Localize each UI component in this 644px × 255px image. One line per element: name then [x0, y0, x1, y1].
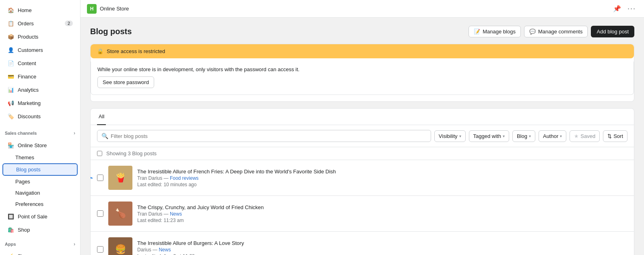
post-1-info: The Irresistible Allure of French Fries:… — [137, 169, 627, 187]
home-icon: 🏠 — [7, 6, 14, 14]
post-2-info: The Crispy, Crunchy, and Juicy World of … — [137, 204, 627, 223]
content-icon: 📄 — [7, 60, 14, 67]
pos-icon: 🔲 — [7, 213, 14, 220]
sidebar-sub-item-pages[interactable]: Pages — [2, 176, 78, 187]
post-2-title: The Crispy, Crunchy, and Juicy World of … — [137, 204, 627, 210]
sidebar-item-online-store[interactable]: 🏪 Online Store — [2, 139, 78, 152]
sidebar-sub-item-themes[interactable]: Themes — [2, 152, 78, 163]
sidebar-item-content[interactable]: 📄 Content — [2, 57, 78, 70]
marketing-icon: 📢 — [7, 99, 14, 107]
blog-filter[interactable]: Blog ▾ — [512, 130, 535, 142]
star-icon: ★ — [574, 133, 579, 139]
tagged-with-filter[interactable]: Tagged with ▾ — [469, 130, 509, 142]
post-3-edited: Last edited: Aug 2 at 11:38 am — [137, 253, 627, 255]
manage-blogs-button[interactable]: 📝 Manage blogs — [469, 26, 521, 37]
sidebar-item-customers[interactable]: 👤 Customers — [2, 43, 78, 56]
sidebar-item-finance[interactable]: 💳 Finance — [2, 70, 78, 83]
post-3-thumbnail: 🍔 — [108, 237, 132, 255]
main-content: H Online Store 📌 ··· Blog posts 📝 Manage… — [80, 0, 644, 255]
sidebar: 🏠 Home 📋 Orders 2 📦 Products 👤 Customers… — [0, 0, 80, 255]
post-3-title: The Irresistible Allure of Burgers: A Lo… — [137, 240, 627, 246]
sort-icon: ⇅ — [607, 133, 612, 139]
sidebar-item-products[interactable]: 📦 Products — [2, 30, 78, 43]
store-name: Online Store — [100, 6, 129, 12]
shop-icon: 🛍️ — [7, 226, 14, 233]
sidebar-item-shop[interactable]: 🛍️ Shop — [2, 223, 78, 236]
tagged-chevron: ▾ — [503, 134, 505, 138]
alert-banner: 🔒 Store access is restricted — [91, 44, 634, 58]
sidebar-item-discounts[interactable]: 🏷️ Discounts — [2, 110, 78, 123]
sort-button[interactable]: ⇅ Sort — [603, 130, 627, 142]
see-store-password-button[interactable]: See store password — [97, 76, 154, 88]
sidebar-sub-item-navigation[interactable]: Navigation — [2, 187, 78, 198]
content-area: Blog posts 📝 Manage blogs 💬 Manage comme… — [80, 18, 644, 255]
post-3-author: Darius — [137, 247, 151, 253]
visibility-filter[interactable]: Visibility ▾ — [434, 130, 466, 142]
lock-icon: 🔒 — [97, 48, 103, 54]
post-row-1[interactable]: 🍟 The Irresistible Allure of French Frie… — [91, 160, 634, 196]
post-row-3[interactable]: 🍔 The Irresistible Allure of Burgers: A … — [91, 232, 634, 255]
post-1-title: The Irresistible Allure of French Fries:… — [137, 169, 627, 175]
alert-body: While your online store is in developmen… — [91, 62, 634, 95]
manage-comments-icon: 💬 — [529, 29, 536, 35]
blog-chevron: ▾ — [529, 134, 531, 138]
tab-all[interactable]: All — [97, 109, 106, 125]
sidebar-item-orders[interactable]: 📋 Orders 2 — [2, 17, 78, 30]
post-3-info: The Irresistible Allure of Burgers: A Lo… — [137, 240, 627, 255]
sidebar-item-analytics[interactable]: 📊 Analytics — [2, 83, 78, 96]
orders-icon: 📋 — [7, 20, 14, 27]
author-filter[interactable]: Author ▾ — [539, 130, 566, 142]
sidebar-item-home[interactable]: 🏠 Home — [2, 4, 78, 16]
online-store-icon: 🏪 — [7, 142, 14, 149]
post-1-meta: Tran Darius — Food reviews — [137, 175, 627, 181]
apps-expand-icon[interactable]: › — [74, 241, 75, 247]
alert-description: While your online store is in developmen… — [97, 66, 627, 72]
posts-list: 🍟 The Irresistible Allure of French Frie… — [91, 160, 634, 255]
post-row-2[interactable]: 🍗 The Crispy, Crunchy, and Juicy World o… — [91, 196, 634, 232]
post-1-blog-link[interactable]: Food reviews — [170, 175, 198, 181]
showing-label: Showing 3 Blog posts — [106, 150, 157, 156]
search-input[interactable] — [111, 133, 427, 139]
post-3-checkbox[interactable] — [97, 246, 103, 253]
sidebar-sub-item-blog-posts[interactable]: Blog posts — [2, 163, 78, 176]
customers-icon: 👤 — [7, 46, 14, 53]
tabs: All — [91, 109, 634, 125]
select-all-checkbox[interactable] — [97, 151, 102, 156]
author-chevron: ▾ — [560, 134, 562, 138]
post-3-blog-link[interactable]: News — [159, 247, 171, 253]
saved-button[interactable]: ★ Saved — [570, 130, 600, 142]
post-1-edited: Last edited: 10 minutes ago — [137, 182, 627, 187]
post-2-checkbox[interactable] — [97, 210, 103, 217]
search-icon: 🔍 — [101, 133, 108, 139]
expand-icon[interactable]: › — [74, 130, 75, 136]
sidebar-item-point-of-sale[interactable]: 🔲 Point of Sale — [2, 210, 78, 223]
products-icon: 📦 — [7, 33, 14, 40]
blog-posts-card: All 🔍 Visibility ▾ Tagged with ▾ Blog — [90, 108, 634, 255]
finance-icon: 💳 — [7, 73, 14, 80]
post-2-author: Tran Darius — [137, 211, 162, 217]
store-icon: H — [87, 4, 97, 14]
post-1-thumbnail: 🍟 — [108, 166, 132, 190]
post-3-meta: Darius — News — [137, 247, 627, 253]
search-box[interactable]: 🔍 — [97, 130, 431, 142]
alert-container: 🔒 Store access is restricted While your … — [90, 44, 634, 102]
sidebar-item-marketing[interactable]: 📢 Marketing — [2, 97, 78, 109]
discounts-icon: 🏷️ — [7, 113, 14, 120]
apps-section: Apps › — [0, 237, 80, 249]
orders-badge: 2 — [65, 21, 73, 26]
page-header: Blog posts 📝 Manage blogs 💬 Manage comme… — [90, 26, 634, 37]
post-2-thumbnail: 🍗 — [108, 202, 132, 226]
more-button[interactable]: ··· — [626, 3, 638, 14]
post-1-checkbox[interactable] — [97, 175, 103, 181]
sidebar-item-flow[interactable]: ⚡ Flow — [2, 250, 78, 255]
flow-icon: ⚡ — [7, 253, 14, 255]
post-2-blog-link[interactable]: News — [170, 211, 182, 217]
pin-button[interactable]: 📌 — [611, 3, 623, 14]
post-2-edited: Last edited: 11:23 am — [137, 218, 627, 223]
analytics-icon: 📊 — [7, 86, 14, 93]
add-blog-post-button[interactable]: Add blog post — [591, 26, 634, 37]
post-1-author: Tran Darius — [137, 175, 162, 181]
manage-comments-button[interactable]: 💬 Manage comments — [524, 26, 588, 37]
sidebar-sub-item-preferences[interactable]: Preferences — [2, 199, 78, 210]
top-bar-actions: 📌 ··· — [611, 3, 638, 14]
